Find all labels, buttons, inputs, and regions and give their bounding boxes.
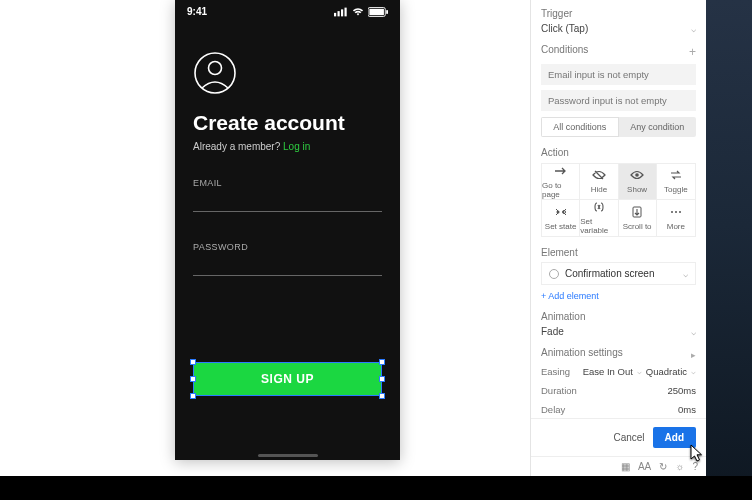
home-indicator	[258, 454, 318, 457]
svg-point-9	[635, 173, 639, 177]
action-hide[interactable]: Hide	[580, 164, 618, 200]
status-time: 9:41	[187, 6, 207, 17]
svg-rect-1	[338, 11, 340, 16]
action-goto[interactable]: Go to page	[542, 164, 580, 200]
delay-label: Delay	[541, 404, 565, 415]
subtitle-text: Already a member?	[193, 141, 283, 152]
chevron-down-icon: ⌵	[691, 327, 696, 337]
easing-curve: Quadratic	[646, 366, 687, 377]
panel-footer: Cancel Add	[531, 418, 706, 456]
easing-value: Ease In Out	[583, 366, 633, 377]
condition-item[interactable]: Password input is not empty	[541, 90, 696, 111]
svg-point-14	[675, 211, 677, 213]
easing-label: Easing	[541, 366, 570, 377]
svg-rect-6	[386, 10, 388, 14]
add-button[interactable]: Add	[653, 427, 696, 448]
action-scrollto[interactable]: Scroll to	[619, 200, 657, 236]
chevron-right-icon[interactable]: ▸	[691, 350, 696, 360]
delay-row[interactable]: Delay 0ms	[541, 400, 696, 418]
panel-utilbar: ▦ AA ↻ ☼ ?	[531, 456, 706, 476]
condition-mode-toggle[interactable]: All conditions Any condition	[541, 117, 696, 137]
resize-handle[interactable]	[379, 393, 385, 399]
svg-point-15	[679, 211, 681, 213]
delay-value: 0ms	[678, 404, 696, 415]
svg-rect-0	[334, 12, 336, 16]
action-section-label: Action	[541, 147, 696, 158]
interaction-panel: Trigger Click (Tap) ⌵ Conditions + Email…	[530, 0, 706, 476]
avatar-icon	[193, 51, 237, 95]
cancel-button[interactable]: Cancel	[613, 432, 644, 443]
status-icons	[334, 7, 388, 17]
desktop-background	[706, 0, 752, 476]
trigger-dropdown[interactable]: Click (Tap) ⌵	[541, 23, 696, 34]
signal-icon	[334, 7, 348, 17]
action-grid: Go to page Hide Show Toggle Set state Se…	[541, 163, 696, 237]
password-input[interactable]	[193, 256, 382, 276]
trigger-value: Click (Tap)	[541, 23, 588, 34]
duration-label: Duration	[541, 385, 577, 396]
animation-value: Fade	[541, 326, 564, 337]
email-label: EMAIL	[193, 178, 382, 188]
sun-icon[interactable]: ☼	[675, 461, 684, 472]
element-selector[interactable]: Confirmation screen ⌵	[541, 262, 696, 285]
add-condition-icon[interactable]: +	[689, 46, 696, 58]
animation-dropdown[interactable]: Fade ⌵	[541, 326, 696, 337]
action-setvar[interactable]: Set variable	[580, 200, 618, 236]
wifi-icon	[352, 7, 364, 17]
help-icon[interactable]: ?	[692, 461, 698, 472]
resize-handle[interactable]	[190, 393, 196, 399]
mobile-mockup: 9:41 Create account Already a member? Lo…	[175, 0, 400, 460]
os-taskbar	[0, 476, 752, 500]
password-label: PASSWORD	[193, 242, 382, 252]
email-input[interactable]	[193, 192, 382, 212]
action-show[interactable]: Show	[619, 164, 657, 200]
element-value: Confirmation screen	[565, 268, 654, 279]
trigger-section-label: Trigger	[541, 8, 696, 19]
chevron-down-icon: ⌵	[691, 24, 696, 34]
svg-point-7	[195, 53, 235, 93]
cond-any-option[interactable]: Any condition	[619, 117, 697, 137]
cond-all-option[interactable]: All conditions	[541, 117, 619, 137]
password-field-group: PASSWORD	[193, 242, 382, 276]
grid-toggle-icon[interactable]: ▦	[621, 461, 630, 472]
easing-row[interactable]: Easing Ease In Out⌵ Quadratic⌵	[541, 362, 696, 381]
resize-handle[interactable]	[379, 376, 385, 382]
element-section-label: Element	[541, 247, 696, 258]
svg-point-13	[671, 211, 673, 213]
status-bar: 9:41	[175, 0, 400, 23]
add-element-link[interactable]: + Add element	[541, 291, 696, 301]
signup-label: SIGN UP	[261, 372, 314, 386]
target-icon	[549, 269, 559, 279]
chevron-down-icon: ⌵	[683, 269, 688, 279]
email-field-group: EMAIL	[193, 178, 382, 212]
duration-row[interactable]: Duration 250ms	[541, 381, 696, 400]
resize-handle[interactable]	[190, 359, 196, 365]
signup-button[interactable]: SIGN UP	[193, 362, 382, 396]
battery-icon	[368, 7, 388, 17]
animation-section-label: Animation	[541, 311, 696, 322]
login-link[interactable]: Log in	[283, 141, 310, 152]
resize-handle[interactable]	[190, 376, 196, 382]
text-size-icon[interactable]: AA	[638, 461, 651, 472]
page-title: Create account	[193, 111, 382, 135]
history-icon[interactable]: ↻	[659, 461, 667, 472]
action-more[interactable]: More	[657, 200, 695, 236]
anim-settings-label: Animation settings	[541, 347, 623, 358]
svg-rect-3	[345, 7, 347, 16]
action-toggle[interactable]: Toggle	[657, 164, 695, 200]
svg-rect-2	[341, 9, 343, 16]
resize-handle[interactable]	[379, 359, 385, 365]
conditions-section-label: Conditions	[541, 44, 588, 55]
duration-value: 250ms	[667, 385, 696, 396]
subtitle: Already a member? Log in	[193, 141, 382, 152]
svg-rect-5	[369, 8, 384, 14]
signup-selection[interactable]: SIGN UP	[193, 362, 382, 396]
design-canvas[interactable]: 9:41 Create account Already a member? Lo…	[0, 0, 530, 476]
condition-item[interactable]: Email input is not empty	[541, 64, 696, 85]
action-setstate[interactable]: Set state	[542, 200, 580, 236]
svg-point-8	[209, 62, 222, 75]
